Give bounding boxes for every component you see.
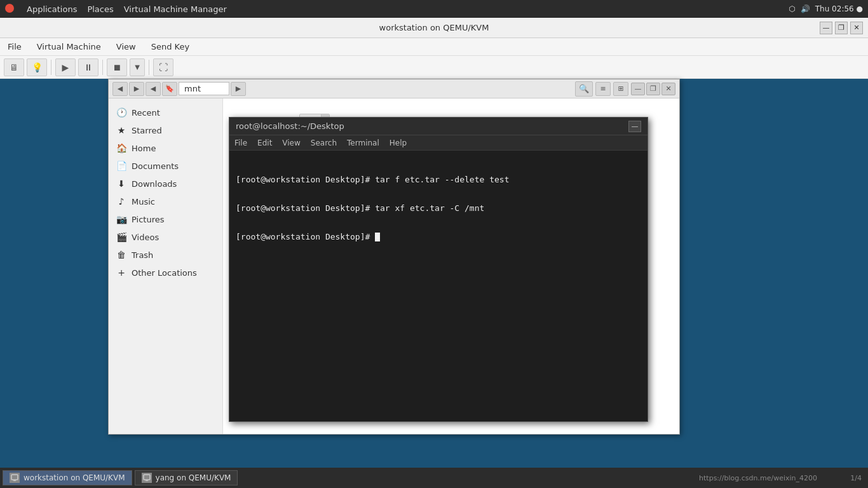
recent-icon: 🕐	[116, 107, 126, 118]
fm-sidebar: 🕐 Recent ★ Starred 🏠 Home 📄 Documents ⬇	[109, 98, 223, 434]
vm-menu-send-key[interactable]: Send Key	[149, 41, 192, 53]
sidebar-item-starred[interactable]: ★ Starred	[109, 121, 222, 139]
sidebar-label-recent: Recent	[132, 108, 160, 118]
terminal-body[interactable]: [root@workstation Desktop]# tar f etc.ta…	[229, 151, 648, 421]
trash-icon: 🗑	[116, 250, 126, 260]
fm-bookmark-button[interactable]: 🔖	[162, 82, 177, 96]
sidebar-item-music[interactable]: ♪ Music	[109, 193, 222, 210]
taskbar-page: 1/4	[850, 474, 862, 482]
terminal-line-1: [root@workstation Desktop]# tar f etc.ta…	[236, 175, 641, 184]
vm-menu-file[interactable]: File	[5, 41, 24, 53]
fm-nav-buttons: ◀ ▶ ◀ 🔖 mnt ▶	[112, 82, 246, 96]
fm-back-button[interactable]: ◀	[112, 82, 128, 96]
terminal-line-2: [root@workstation Desktop]# tar xf etc.t…	[236, 203, 641, 213]
sidebar-item-downloads[interactable]: ⬇ Downloads	[109, 175, 222, 193]
svg-rect-1	[13, 480, 16, 481]
toolbar-fullscreen-btn[interactable]: ⛶	[153, 58, 173, 76]
vm-window-title: workstation on QEMU/KVM	[379, 23, 489, 32]
terminal-window: root@localhost:~/Desktop — File Edit Vie…	[229, 117, 648, 422]
sidebar-label-home: Home	[132, 144, 156, 153]
music-icon: ♪	[116, 196, 126, 207]
fm-list-view-btn[interactable]: ≡	[595, 82, 611, 96]
fm-titlebar: ◀ ▶ ◀ 🔖 mnt ▶ 🔍 ≡ ⊞ — ❐ ✕	[109, 79, 679, 98]
terminal-cursor	[375, 233, 380, 241]
system-time: Thu 02:56 ●	[815, 4, 863, 13]
taskbar: workstation on QEMU/KVM yang on QEMU/KVM…	[0, 468, 868, 488]
sidebar-item-home[interactable]: 🏠 Home	[109, 139, 222, 157]
sidebar-item-other-locations[interactable]: + Other Locations	[109, 264, 222, 281]
terminal-titlebar: root@localhost:~/Desktop —	[229, 118, 648, 135]
vm-content: ◀ ▶ ◀ 🔖 mnt ▶ 🔍 ≡ ⊞ — ❐ ✕	[0, 79, 868, 468]
taskbar-item-yang[interactable]: yang on QEMU/KVM	[135, 470, 238, 485]
toolbar-stop-btn[interactable]: ⏹	[107, 58, 127, 76]
sidebar-label-other-locations: Other Locations	[132, 268, 197, 278]
vm-titlebar-controls: — ❐ ✕	[820, 22, 863, 34]
terminal-menu-terminal[interactable]: Terminal	[347, 139, 379, 147]
fm-minimize-button[interactable]: —	[631, 83, 645, 95]
audio-icon: 🔊	[801, 4, 810, 13]
system-bar: Applications Places Virtual Machine Mana…	[0, 0, 868, 18]
toolbar-run-btn[interactable]: ▶	[55, 58, 76, 76]
svg-rect-2	[144, 475, 150, 480]
other-locations-icon: +	[116, 268, 126, 278]
terminal-menu-edit[interactable]: Edit	[257, 139, 272, 147]
sidebar-item-trash[interactable]: 🗑 Trash	[109, 246, 222, 264]
system-bar-left: Applications Places Virtual Machine Mana…	[5, 4, 227, 15]
fm-location-forward-btn[interactable]: ▶	[231, 82, 246, 96]
vm-toolbar: 🖥 💡 ▶ ⏸ ⏹ ▼ ⛶	[0, 56, 868, 79]
terminal-title: root@localhost:~/Desktop	[236, 121, 344, 131]
sidebar-item-videos[interactable]: 🎬 Videos	[109, 228, 222, 246]
vmm-menu[interactable]: Virtual Machine Manager	[124, 4, 227, 14]
sidebar-label-pictures: Pictures	[132, 215, 164, 224]
network-icon: ⬡	[789, 4, 795, 13]
fm-window-controls: — ❐ ✕	[631, 83, 675, 95]
toolbar-pause-btn[interactable]: ⏸	[78, 58, 98, 76]
terminal-menu-help[interactable]: Help	[390, 139, 407, 147]
terminal-menu-view[interactable]: View	[282, 139, 300, 147]
toolbar-monitor-btn[interactable]: 🖥	[4, 58, 24, 76]
vm-menu-virtual-machine[interactable]: Virtual Machine	[34, 41, 104, 53]
documents-icon: 📄	[116, 161, 126, 171]
toolbar-separator-3	[149, 60, 149, 75]
app-indicator	[5, 4, 17, 15]
fm-right-controls: 🔍 ≡ ⊞ — ❐ ✕	[575, 81, 675, 97]
taskbar-label-workstation: workstation on QEMU/KVM	[24, 473, 125, 482]
sidebar-label-music: Music	[132, 197, 155, 207]
fm-search-button[interactable]: 🔍	[575, 81, 593, 97]
toolbar-expand-btn[interactable]: ▼	[130, 58, 145, 76]
taskbar-item-workstation[interactable]: workstation on QEMU/KVM	[3, 470, 132, 485]
fm-forward-button[interactable]: ▶	[129, 82, 144, 96]
fm-up-button[interactable]: ◀	[146, 82, 161, 96]
terminal-line-3: [root@workstation Desktop]#	[236, 232, 641, 241]
terminal-minimize-button[interactable]: —	[628, 121, 641, 132]
sidebar-item-documents[interactable]: 📄 Documents	[109, 157, 222, 175]
taskbar-icon-yang	[142, 473, 152, 483]
sidebar-item-recent[interactable]: 🕐 Recent	[109, 104, 222, 121]
fm-grid-view-btn[interactable]: ⊞	[613, 82, 628, 96]
fm-location-bar[interactable]: mnt	[179, 82, 229, 95]
places-menu[interactable]: Places	[87, 4, 113, 14]
sidebar-label-trash: Trash	[132, 250, 153, 260]
terminal-menu-file[interactable]: File	[234, 139, 247, 147]
sidebar-label-starred: Starred	[132, 126, 162, 135]
sidebar-label-documents: Documents	[132, 161, 179, 171]
terminal-menu-search[interactable]: Search	[311, 139, 337, 147]
vm-menu-view[interactable]: View	[114, 41, 139, 53]
vm-close-button[interactable]: ✕	[850, 22, 863, 34]
vm-menubar: File Virtual Machine View Send Key	[0, 38, 868, 56]
fm-close-button[interactable]: ✕	[661, 83, 675, 95]
videos-icon: 🎬	[116, 232, 126, 242]
starred-icon: ★	[116, 125, 126, 135]
svg-rect-3	[146, 480, 148, 481]
vm-minimize-button[interactable]: —	[820, 22, 832, 34]
taskbar-label-yang: yang on QEMU/KVM	[156, 473, 231, 482]
svg-rect-0	[11, 475, 18, 480]
toolbar-bulb-btn[interactable]: 💡	[27, 58, 47, 76]
taskbar-icon-workstation	[10, 473, 20, 483]
vm-restore-button[interactable]: ❐	[835, 22, 848, 34]
terminal-menubar: File Edit View Search Terminal Help	[229, 135, 648, 151]
fm-location-text: mnt	[184, 84, 201, 93]
fm-maximize-button[interactable]: ❐	[646, 83, 660, 95]
sidebar-item-pictures[interactable]: 📷 Pictures	[109, 210, 222, 228]
applications-menu[interactable]: Applications	[27, 4, 77, 14]
